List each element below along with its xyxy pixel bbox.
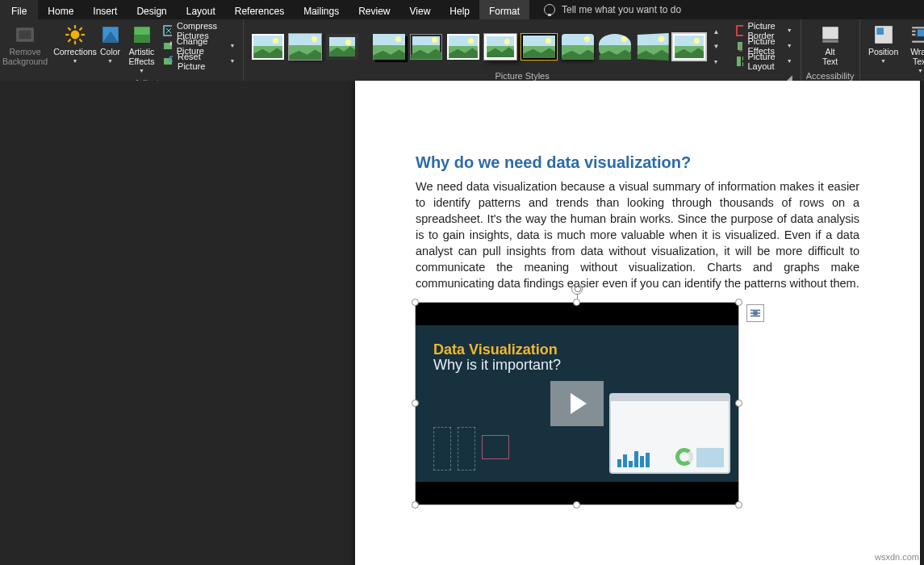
artistic-icon [132, 24, 153, 45]
layout-label: Picture Layout [748, 52, 780, 71]
effects-icon [736, 40, 742, 52]
change-icon [163, 40, 172, 52]
resize-handle-tr[interactable] [735, 299, 742, 306]
video-title-1: Data Visualization [433, 341, 721, 358]
svg-rect-22 [737, 56, 741, 66]
group-accessibility: Alt Text Accessibility [801, 19, 860, 81]
tab-design[interactable]: Design [127, 0, 176, 19]
chevron-down-icon: ▼ [107, 58, 113, 64]
alt-text-label: Alt Text [822, 47, 838, 66]
play-icon[interactable] [550, 381, 604, 426]
style-thumb-1[interactable] [252, 34, 284, 60]
corrections-button[interactable]: Corrections ▼ [55, 21, 95, 67]
group-remove-bg: Remove Background [0, 19, 50, 81]
ribbon: Remove Background Corrections ▼ Color ▼ … [0, 19, 924, 81]
artistic-effects-button[interactable]: Artistic Effects ▼ [125, 21, 158, 77]
tab-format[interactable]: Format [479, 0, 529, 19]
tab-mailings[interactable]: Mailings [294, 0, 349, 19]
chevron-down-icon: ▼ [787, 43, 792, 48]
chevron-down-icon: ▼ [713, 43, 720, 50]
remove-bg-label: Remove Background [2, 47, 48, 66]
svg-rect-38 [750, 310, 760, 312]
video-slide: Data Visualization Why is it important? [416, 325, 738, 482]
tab-insert[interactable]: Insert [83, 0, 127, 19]
reset-picture-button[interactable]: Reset Picture▼ [160, 53, 238, 69]
tab-help[interactable]: Help [440, 0, 479, 19]
svg-rect-21 [739, 44, 742, 52]
video-thumbnail[interactable]: Data Visualization Why is it important? [416, 303, 738, 504]
resize-handle-tl[interactable] [412, 299, 419, 306]
chevron-down-icon: ▼ [139, 68, 144, 73]
alt-text-icon [820, 24, 841, 45]
svg-line-10 [79, 27, 82, 30]
resize-handle-bl[interactable] [412, 501, 419, 508]
remove-background-button: Remove Background [5, 21, 45, 69]
style-thumb-8[interactable] [521, 34, 557, 60]
remove-bg-icon [15, 24, 36, 45]
resize-handle-b[interactable] [573, 501, 580, 508]
reset-icon [163, 56, 173, 67]
watermark: wsxdn.com [875, 552, 919, 562]
group-adjust: Corrections ▼ Color ▼ Artistic Effects ▼… [50, 19, 244, 81]
picture-layout-button[interactable]: Picture Layout▼ [733, 53, 795, 69]
tab-layout[interactable]: Layout [177, 0, 225, 19]
chevron-down-icon: ▼ [787, 27, 792, 33]
resize-handle-l[interactable] [412, 400, 419, 407]
svg-point-2 [71, 31, 80, 40]
tell-me-search[interactable]: Tell me what you want to do [529, 0, 681, 19]
color-label: Color [100, 47, 120, 56]
style-thumb-7[interactable] [484, 34, 516, 60]
group-arrange: Position ▼ Wrap Text ▼ Bring Forward [860, 19, 924, 81]
rotation-handle[interactable] [571, 283, 583, 295]
svg-line-9 [68, 39, 70, 41]
style-thumb-5[interactable] [410, 34, 442, 60]
style-thumb-9[interactable] [562, 34, 594, 60]
gallery-more-button[interactable]: ▲▼▾ [710, 24, 721, 69]
style-thumb-3[interactable] [326, 34, 358, 60]
tab-home[interactable]: Home [38, 0, 83, 19]
svg-line-7 [68, 27, 70, 30]
lightbulb-icon [544, 4, 555, 15]
style-thumb-2[interactable] [289, 34, 321, 60]
svg-rect-19 [737, 26, 742, 36]
laptop-graphic [609, 393, 730, 474]
alt-text-button[interactable]: Alt Text [813, 21, 848, 69]
chevron-up-icon: ▲ [713, 28, 720, 36]
chevron-down-icon: ▾ [714, 58, 717, 65]
resize-handle-r[interactable] [735, 400, 742, 407]
picture-format-buttons: Picture Border▼ Picture Effects▼ Picture… [733, 21, 795, 69]
style-thumb-12[interactable] [673, 34, 705, 60]
wrap-label: Wrap Text [910, 47, 924, 66]
tab-view[interactable]: View [400, 0, 441, 19]
tab-references[interactable]: References [225, 0, 294, 19]
chevron-down-icon: ▼ [787, 58, 792, 64]
color-button[interactable]: Color ▼ [97, 21, 123, 67]
resize-handle-br[interactable] [735, 501, 742, 508]
chevron-down-icon: ▼ [230, 43, 236, 48]
resize-handle-t[interactable] [573, 299, 580, 306]
corrections-label: Corrections [53, 47, 97, 56]
body-paragraph: We need data visualization because a vis… [416, 178, 859, 291]
tab-review[interactable]: Review [349, 0, 399, 19]
layout-icon [736, 56, 742, 67]
style-thumb-4[interactable] [373, 34, 405, 60]
tell-me-placeholder: Tell me what you want to do [562, 4, 681, 15]
style-thumb-10[interactable] [599, 34, 631, 60]
editor-canvas[interactable]: Why do we need data visualization? We ne… [0, 81, 924, 565]
wrap-text-button[interactable]: Wrap Text ▼ [904, 21, 924, 77]
style-thumb-6[interactable] [447, 34, 479, 60]
chevron-down-icon: ▼ [880, 58, 886, 64]
svg-rect-14 [134, 35, 150, 43]
selected-picture[interactable]: Data Visualization Why is it important? [416, 303, 738, 504]
layout-options-button[interactable] [746, 304, 764, 322]
svg-rect-25 [822, 27, 838, 39]
compress-icon [163, 25, 172, 36]
svg-rect-41 [753, 311, 757, 315]
reset-label: Reset Picture [178, 52, 224, 71]
style-thumb-11[interactable] [638, 33, 669, 61]
video-title-2: Why is it important? [433, 357, 721, 374]
tab-file[interactable]: File [0, 0, 38, 19]
chevron-down-icon: ▼ [73, 58, 78, 64]
svg-line-8 [79, 39, 82, 41]
position-button[interactable]: Position ▼ [865, 21, 902, 67]
